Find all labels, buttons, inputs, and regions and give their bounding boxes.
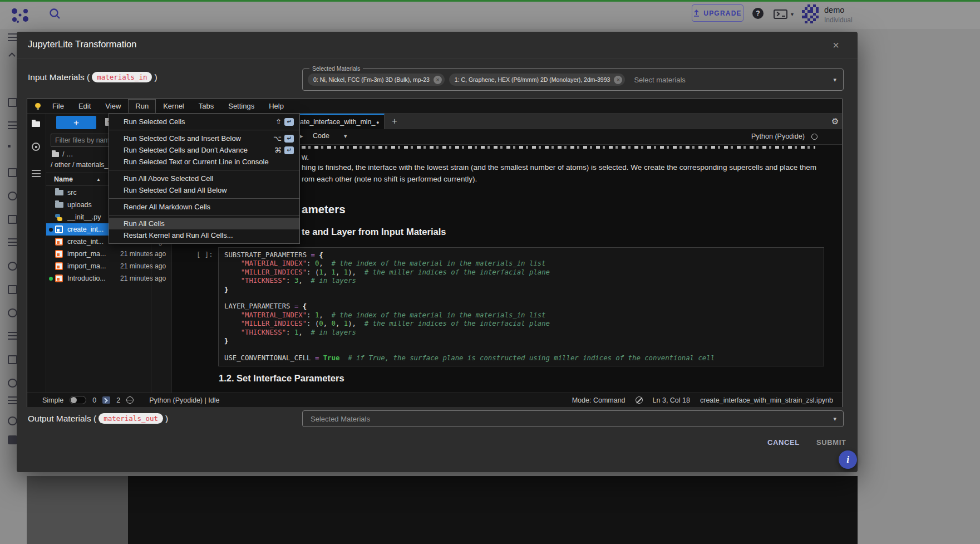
menu-item-run-selected-cell-and-all-below[interactable]: Run Selected Cell and All Below: [109, 184, 299, 196]
kernel-sessions-icon[interactable]: [102, 396, 110, 404]
upgrade-button[interactable]: UPGRADE: [692, 4, 743, 22]
lightbulb-icon[interactable]: [35, 103, 41, 108]
menu-item-run-selected-cells-and-don-t-advance[interactable]: Run Selected Cells and Don't Advance⌘↵: [109, 144, 299, 156]
submit-button[interactable]: SUBMIT: [816, 438, 846, 447]
menu-item-run-selected-cells[interactable]: Run Selected Cells⇧↵: [109, 116, 299, 128]
username[interactable]: demo: [824, 6, 844, 14]
notebook-icon: [55, 238, 63, 246]
help-icon[interactable]: ?: [752, 8, 764, 19]
menu-tabs[interactable]: Tabs: [191, 99, 221, 114]
menu-settings[interactable]: Settings: [221, 99, 262, 114]
file-row-import_ma[interactable]: import_ma...21 minutes ago: [46, 260, 172, 272]
enter-key-icon: ↵: [284, 146, 294, 154]
material-chip[interactable]: 0: Ni, Nickel, FCC (Fm-3m) 3D (Bulk), mp…: [308, 73, 445, 86]
app-sidebar-icon: [8, 168, 17, 177]
menu-item-restart-kernel-and-run-all-cells[interactable]: Restart Kernel and Run All Cells...: [109, 229, 299, 241]
cell-prompt: [ ]:: [196, 251, 213, 258]
dialog-title: JupyterLite Transformation: [28, 39, 136, 50]
app-sidebar-icon: [8, 192, 17, 200]
kernels-count[interactable]: 2: [116, 396, 120, 404]
menu-divider: [109, 215, 299, 215]
enter-key-icon: ↵: [284, 135, 294, 143]
running-sessions-tab-icon[interactable]: [32, 143, 40, 151]
menu-run[interactable]: Run: [128, 99, 156, 114]
table-of-contents-tab-icon[interactable]: [32, 170, 41, 177]
app-sidebar-icon: [8, 52, 16, 60]
cell-type-dropdown[interactable]: Code ▾: [313, 132, 347, 140]
breadcrumb[interactable]: / …: [52, 150, 73, 158]
close-icon[interactable]: ×: [829, 38, 843, 52]
menu-item-run-all-above-selected-cell[interactable]: Run All Above Selected Cell: [109, 173, 299, 184]
material-chip[interactable]: 1: C, Graphene, HEX (P6/mmm) 2D (Monolay…: [449, 73, 626, 86]
menu-shortcut: ⌘↵: [274, 146, 294, 154]
menu-item-render-all-markdown-cells[interactable]: Render All Markdown Cells: [109, 201, 299, 213]
file-row-Introductio[interactable]: Introductio...21 minutes ago: [46, 272, 172, 285]
app-logo-icon[interactable]: [10, 7, 31, 24]
terminal-icon[interactable]: [774, 9, 787, 19]
output-materials-select[interactable]: Selected Materials ▾: [302, 410, 844, 427]
menu-kernel[interactable]: Kernel: [156, 99, 191, 114]
avatar[interactable]: [800, 3, 821, 26]
run-icon[interactable]: ▸: [300, 133, 303, 140]
modifier-key-glyph: ⌥: [273, 134, 282, 143]
file-browser-tab-icon[interactable]: [32, 121, 40, 127]
menu-view[interactable]: View: [98, 99, 128, 114]
app-sidebar-icon: [8, 145, 14, 151]
selected-materials-select[interactable]: Selected Materials 0: Ni, Nickel, FCC (F…: [302, 68, 844, 91]
chip-close-icon[interactable]: ×: [434, 76, 442, 84]
chevron-down-icon[interactable]: ▾: [833, 76, 836, 84]
globe-icon[interactable]: [126, 396, 134, 404]
menu-item-label: Run All Above Selected Cell: [124, 174, 294, 183]
menu-item-run-selected-cells-and-insert-below[interactable]: Run Selected Cells and Insert Below⌥↵: [109, 133, 299, 144]
terminals-count[interactable]: 0: [92, 396, 96, 404]
notebook-icon: [55, 262, 63, 270]
menu-help[interactable]: Help: [262, 99, 291, 114]
gear-icon[interactable]: ⚙: [831, 116, 839, 126]
app-sidebar-icon: [8, 33, 17, 41]
select-materials-placeholder: Select materials: [634, 76, 685, 84]
file-name: __init__.py: [67, 213, 101, 221]
notifications-off-icon[interactable]: [636, 396, 643, 404]
file-name: src: [67, 189, 77, 197]
menu-item-label: Run Selected Text or Current Line in Con…: [124, 158, 294, 166]
new-launcher-button[interactable]: +: [56, 116, 96, 129]
info-fab-button[interactable]: i: [839, 450, 857, 469]
file-name: import_ma...: [67, 262, 106, 270]
app-sidebar-icon: [8, 379, 17, 388]
output-select-placeholder: Selected Materials: [311, 415, 370, 423]
dialog-titlebar: [17, 32, 858, 58]
terminal-caret-icon[interactable]: ▾: [791, 11, 794, 17]
jupyter-menubar-items: FileEditViewRunKernelTabsSettingsHelp: [45, 99, 291, 114]
chevron-down-icon[interactable]: ▾: [833, 415, 836, 423]
search-icon[interactable]: [49, 8, 61, 20]
new-tab-button[interactable]: +: [388, 115, 401, 128]
menu-item-run-selected-text-or-current-line-in-console[interactable]: Run Selected Text or Current Line in Con…: [109, 156, 299, 168]
kernel-idle-icon: [811, 134, 818, 140]
heading-1-2: 1.2. Set Interface Parameters: [219, 373, 344, 384]
menu-file[interactable]: File: [45, 99, 71, 114]
material-chip-label: 1: C, Graphene, HEX (P6/mmm) 2D (Monolay…: [455, 76, 610, 83]
simple-mode-toggle[interactable]: [70, 396, 86, 404]
menu-divider: [109, 170, 299, 170]
app-sidebar-icon: [8, 98, 17, 107]
menu-item-run-all-cells[interactable]: Run All Cells: [109, 218, 299, 229]
input-materials-prefix: Input Materials (: [28, 72, 90, 82]
menu-edit[interactable]: Edit: [71, 99, 98, 114]
menu-item-label: Run Selected Cells and Insert Below: [124, 134, 273, 143]
modifier-key-glyph: ⌘: [274, 146, 282, 154]
kernel-switcher[interactable]: Python (Pyodide): [751, 133, 818, 140]
folder-icon: [52, 152, 59, 157]
code-line: "MILLER_INDICES": (0, 0, 1), # the mille…: [224, 320, 818, 328]
command-mode-indicator[interactable]: Mode: Command: [572, 396, 626, 404]
kernel-status[interactable]: Python (Pyodide) | Idle: [149, 396, 219, 404]
sort-ascending-icon[interactable]: ▲: [96, 177, 101, 182]
file-row-import_ma[interactable]: import_ma...21 minutes ago: [46, 248, 172, 260]
breadcrumb-path[interactable]: / other / materials_: [51, 161, 109, 169]
chip-close-icon[interactable]: ×: [614, 76, 622, 84]
menu-divider: [109, 130, 299, 130]
name-column-header[interactable]: Name: [54, 175, 73, 183]
code-cell-editor[interactable]: SUBSTRATE_PARAMETERS = { "MATERIAL_INDEX…: [218, 247, 824, 366]
cursor-position[interactable]: Ln 3, Col 18: [653, 396, 690, 404]
cancel-button[interactable]: CANCEL: [767, 438, 800, 447]
upgrade-label: UPGRADE: [703, 9, 741, 17]
